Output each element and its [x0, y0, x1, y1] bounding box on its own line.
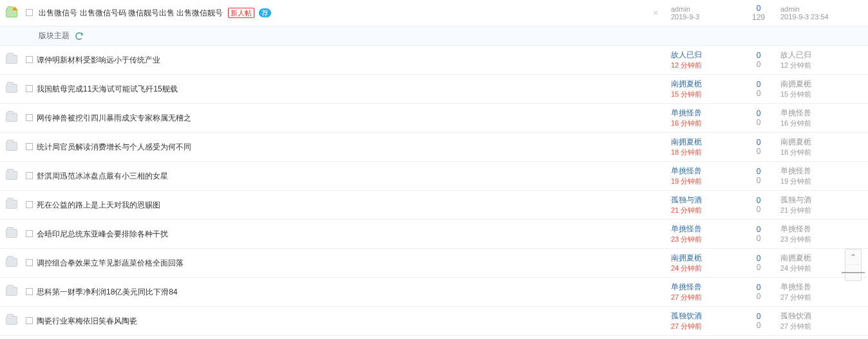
- side-toolbar: ⌃: [845, 249, 862, 281]
- folder-icon: [6, 55, 17, 64]
- author-name[interactable]: 单挑怪兽: [671, 166, 737, 177]
- author-name[interactable]: 南拥夏栀: [671, 79, 737, 90]
- row-checkbox[interactable]: [26, 201, 33, 208]
- last-author[interactable]: 单挑怪兽: [780, 224, 865, 235]
- last-time: 2019-9-3 23:54: [780, 13, 865, 21]
- last-author[interactable]: 单挑怪兽: [780, 166, 865, 177]
- refresh-icon[interactable]: [75, 32, 83, 40]
- last-author[interactable]: 孤独与酒: [780, 195, 865, 206]
- recommend-badge: 荐: [259, 8, 271, 17]
- thread-row: 思科第一财季净利润18亿美元同比下滑84单挑怪兽27 分钟前00单挑怪兽27 分…: [0, 278, 868, 307]
- author-name[interactable]: 南拥夏栀: [671, 253, 737, 264]
- last-author[interactable]: 故人已归: [780, 50, 865, 61]
- thread-row: 陶瓷行业寒梅依旧笑春风陶瓷孤独饮酒27 分钟前00孤独饮酒27 分钟前: [0, 307, 868, 336]
- row-checkbox[interactable]: [26, 172, 33, 179]
- last-time: 21 分钟前: [780, 206, 865, 215]
- thread-title-link[interactable]: 网传神兽被挖引四川暴雨成灾专家称属无稽之: [37, 113, 191, 122]
- author-time: 12 分钟前: [671, 61, 737, 70]
- author-time: 15 分钟前: [671, 90, 737, 99]
- views-count: 0: [742, 283, 775, 292]
- author-name[interactable]: 单挑怪兽: [671, 282, 737, 293]
- last-author[interactable]: admin: [780, 5, 865, 13]
- views-count: 0: [742, 51, 775, 60]
- replies-count: 0: [742, 263, 775, 272]
- thread-title-link[interactable]: 出售微信号 出售微信号码 微信靓号出售 出售微信靓号: [39, 8, 223, 17]
- section-label: 版块主题: [39, 31, 70, 40]
- author-time: 27 分钟前: [671, 293, 737, 302]
- row-checkbox[interactable]: [26, 317, 33, 324]
- author-name[interactable]: 孤独饮酒: [671, 311, 737, 322]
- close-icon[interactable]: ×: [653, 8, 658, 18]
- folder-icon: [6, 113, 17, 122]
- author-time: 19 分钟前: [671, 177, 737, 186]
- author-time: 24 分钟前: [671, 264, 737, 273]
- author-name[interactable]: 孤独与酒: [671, 195, 737, 206]
- last-time: 27 分钟前: [780, 322, 865, 331]
- last-time: 23 分钟前: [780, 235, 865, 244]
- last-time: 16 分钟前: [780, 119, 865, 128]
- thread-title-link[interactable]: 思科第一财季净利润18亿美元同比下滑84: [37, 287, 178, 296]
- row-checkbox[interactable]: [26, 9, 33, 16]
- last-author[interactable]: 南拥夏栀: [780, 137, 865, 148]
- author-date: 2019-9-3: [671, 13, 737, 21]
- thread-title-link[interactable]: 死在公益的路上是上天对我的恩赐图: [37, 200, 160, 209]
- last-author[interactable]: 南拥夏栀: [780, 79, 865, 90]
- author-time: 23 分钟前: [671, 235, 737, 244]
- last-time: 27 分钟前: [780, 293, 865, 302]
- thread-title-link[interactable]: 会晤印尼总统东亚峰会要排除各种干扰: [37, 229, 168, 238]
- view-mode-button[interactable]: [845, 265, 861, 280]
- views-count: 0: [742, 167, 775, 176]
- author-name[interactable]: 南拥夏栀: [671, 137, 737, 148]
- row-checkbox[interactable]: [26, 259, 33, 266]
- last-author[interactable]: 单挑怪兽: [780, 282, 865, 293]
- replies-count: 0: [742, 292, 775, 301]
- views-count: 0: [742, 4, 775, 13]
- replies-count: 0: [742, 118, 775, 127]
- section-header-row: 版块主题: [0, 26, 868, 46]
- folder-new-icon: [6, 8, 17, 17]
- scroll-top-button[interactable]: ⌃: [845, 249, 861, 265]
- author-name[interactable]: admin: [671, 5, 737, 13]
- replies-count: 0: [742, 147, 775, 156]
- row-checkbox[interactable]: [26, 288, 33, 295]
- thread-row: 晚间关注耶伦听证会孤独与酒28 分钟前00孤独与酒28 分钟前: [0, 336, 868, 340]
- author-time: 18 分钟前: [671, 148, 737, 157]
- thread-title-link[interactable]: 谭仲明新材料受影响远小于传统产业: [37, 55, 160, 64]
- replies-count: 0: [742, 205, 775, 214]
- folder-icon: [6, 229, 17, 238]
- views-count: 0: [742, 225, 775, 234]
- views-count: 0: [742, 254, 775, 263]
- replies-count: 0: [742, 321, 775, 330]
- thread-title-link[interactable]: 我国航母完成11天海试可能试飞歼15舰载: [37, 84, 178, 93]
- author-name[interactable]: 单挑怪兽: [671, 224, 737, 235]
- views-count: 0: [742, 109, 775, 118]
- folder-icon: [6, 171, 17, 180]
- folder-icon: [6, 287, 17, 296]
- row-checkbox[interactable]: [26, 56, 33, 63]
- author-time: 16 分钟前: [671, 119, 737, 128]
- thread-title-link[interactable]: 舒淇周迅范冰冰盘点最有小三相的女星: [37, 171, 168, 180]
- author-time: 27 分钟前: [671, 322, 737, 331]
- thread-title-link[interactable]: 陶瓷行业寒梅依旧笑春风陶瓷: [37, 316, 137, 325]
- folder-icon: [6, 258, 17, 267]
- last-author[interactable]: 孤独饮酒: [780, 311, 865, 322]
- thread-row: 调控组合拳效果立竿见影蔬菜价格全面回落南拥夏栀24 分钟前00南拥夏栀24 分钟…: [0, 249, 868, 278]
- new-badge: 新人帖: [228, 8, 254, 18]
- replies-count: 0: [742, 89, 775, 98]
- replies-count: 0: [742, 176, 775, 185]
- replies-count: 129: [742, 13, 775, 22]
- thread-title-link[interactable]: 调控组合拳效果立竿见影蔬菜价格全面回落: [37, 258, 184, 267]
- row-checkbox[interactable]: [26, 114, 33, 121]
- thread-row: 会晤印尼总统东亚峰会要排除各种干扰单挑怪兽23 分钟前00单挑怪兽23 分钟前: [0, 220, 868, 249]
- replies-count: 0: [742, 60, 775, 69]
- row-checkbox[interactable]: [26, 230, 33, 237]
- row-checkbox[interactable]: [26, 85, 33, 92]
- thread-title-link[interactable]: 统计局官员解读消费增长与个人感受为何不同: [37, 142, 191, 151]
- author-name[interactable]: 故人已归: [671, 50, 737, 61]
- folder-icon: [6, 200, 17, 209]
- author-name[interactable]: 单挑怪兽: [671, 108, 737, 119]
- views-count: 0: [742, 138, 775, 147]
- thread-row: 统计局官员解读消费增长与个人感受为何不同南拥夏栀18 分钟前00南拥夏栀18 分…: [0, 133, 868, 162]
- last-author[interactable]: 单挑怪兽: [780, 108, 865, 119]
- row-checkbox[interactable]: [26, 143, 33, 150]
